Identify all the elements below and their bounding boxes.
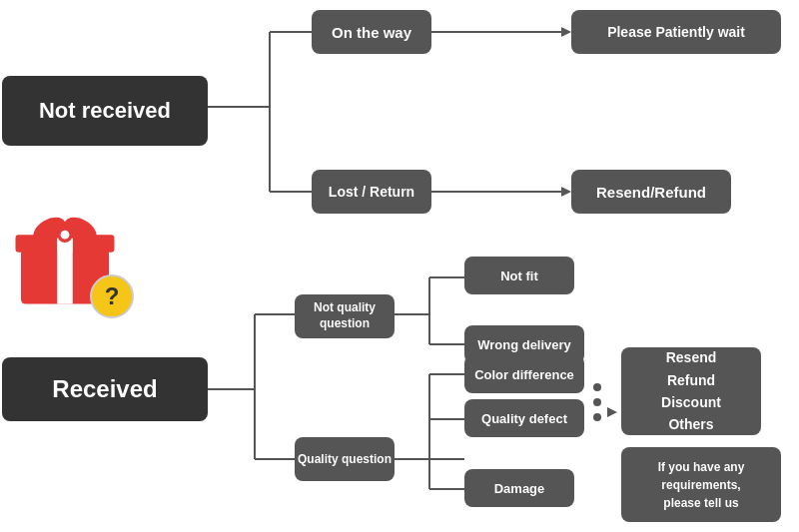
svg-rect-38 [57, 253, 72, 304]
if-you-box: If you have any requirements, please tel… [621, 447, 781, 522]
svg-point-26 [593, 398, 601, 406]
flowchart: Not received On the way Please Patiently… [0, 0, 799, 532]
quality-question-box: Quality question [295, 437, 395, 481]
svg-marker-28 [607, 407, 617, 417]
not-fit-box: Not fit [464, 257, 574, 294]
on-the-way-box: On the way [312, 10, 431, 54]
question-circle: ? [90, 274, 134, 318]
svg-marker-6 [561, 27, 571, 37]
svg-point-27 [593, 413, 601, 421]
not-received-box: Not received [2, 76, 208, 146]
resend-refund-top-box: Resend/Refund [571, 170, 731, 214]
quality-defect-box: Quality defect [464, 399, 584, 437]
svg-point-37 [61, 231, 70, 240]
please-wait-box: Please Patiently wait [571, 10, 781, 54]
color-diff-box: Color difference [464, 355, 584, 393]
damage-box: Damage [464, 469, 574, 507]
not-quality-box: Not quality question [295, 294, 395, 338]
svg-point-25 [593, 383, 601, 391]
svg-marker-8 [561, 187, 571, 197]
resend-etc-box: Resend Refund Discount Others [621, 347, 761, 435]
lost-return-box: Lost / Return [312, 170, 431, 214]
received-box: Received [2, 357, 208, 421]
